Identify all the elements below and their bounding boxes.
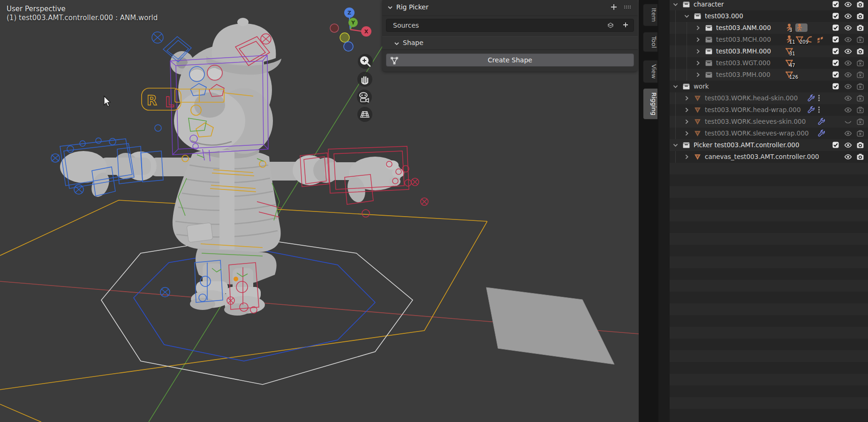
outliner-row[interactable]: canevas_test003.AMT.controller.000 xyxy=(670,151,868,163)
outliner-row[interactable]: test003.000 xyxy=(670,10,868,22)
collapse-arrow-icon[interactable] xyxy=(672,142,679,149)
sources-input[interactable]: Sources xyxy=(386,19,634,32)
outliner-item-label[interactable]: test003.WORK.head-skin.000 xyxy=(705,94,798,102)
collection-checkbox[interactable] xyxy=(832,36,840,44)
expand-arrow-icon[interactable] xyxy=(683,95,691,102)
disable-render-camera-icon[interactable] xyxy=(856,24,864,32)
disable-render-camera-icon[interactable] xyxy=(856,0,864,8)
outliner-item-label[interactable]: work xyxy=(694,83,709,90)
outliner-item-label[interactable]: test003.WORK.sleeves-skin.000 xyxy=(705,118,806,125)
gizmo-neg-y[interactable] xyxy=(340,33,349,42)
outliner-row[interactable]: test003.ANM.0003 xyxy=(670,22,868,34)
collection-checkbox[interactable] xyxy=(832,24,840,32)
collection-checkbox[interactable] xyxy=(832,59,840,67)
outliner-item-label[interactable]: test003.PMH.000 xyxy=(716,71,770,78)
outliner-item-label[interactable]: test003.WORK.sleeves-wrap.000 xyxy=(705,129,809,137)
expand-arrow-icon[interactable] xyxy=(694,71,702,79)
hide-viewport-eye-icon[interactable] xyxy=(844,94,852,102)
hide-viewport-eye-icon[interactable] xyxy=(844,106,852,114)
shape-subpanel-header[interactable]: Shape xyxy=(382,36,638,50)
outliner-item-label[interactable]: test003.ANM.000 xyxy=(716,24,771,31)
collection-checkbox[interactable] xyxy=(832,71,840,79)
armature-active-icon[interactable] xyxy=(795,23,808,32)
picker-canvas-plane[interactable] xyxy=(486,287,614,364)
outliner-item-label[interactable]: test003.WGT.000 xyxy=(716,59,770,67)
disable-render-camera-icon[interactable] xyxy=(856,94,864,102)
hide-viewport-eye-icon[interactable] xyxy=(844,12,852,20)
outliner-row[interactable]: test003.RMH.00031 xyxy=(670,45,868,57)
hide-viewport-eye-icon[interactable] xyxy=(844,0,852,8)
disable-render-camera-icon[interactable] xyxy=(856,59,864,67)
hide-viewport-eye-icon[interactable] xyxy=(844,129,852,137)
disable-render-camera-icon[interactable] xyxy=(856,47,864,55)
hide-viewport-eye-icon[interactable] xyxy=(844,141,852,149)
outliner-row[interactable]: work xyxy=(670,81,868,92)
collapse-arrow-icon[interactable] xyxy=(683,13,691,20)
expand-arrow-icon[interactable] xyxy=(694,36,702,44)
hide-viewport-eye-icon[interactable] xyxy=(844,36,852,44)
outliner-row[interactable]: test003.PMH.000126 xyxy=(670,69,868,81)
expand-arrow-icon[interactable] xyxy=(683,130,691,137)
disable-render-camera-icon[interactable] xyxy=(856,12,864,20)
hide-viewport-eye-icon[interactable] xyxy=(844,153,852,161)
outliner-row[interactable]: test003.WGT.00047 xyxy=(670,57,868,69)
collection-checkbox[interactable] xyxy=(832,141,840,149)
collapse-arrow-icon[interactable] xyxy=(672,83,679,90)
collapse-arrow-icon[interactable] xyxy=(672,1,679,8)
expand-arrow-icon[interactable] xyxy=(683,153,691,161)
outliner-item-label[interactable]: test003.000 xyxy=(705,12,743,20)
grid-ortho-button[interactable] xyxy=(357,107,372,122)
collection-checkbox[interactable] xyxy=(832,47,840,55)
tab-rigging[interactable]: Rigging xyxy=(643,88,657,120)
outliner-item-label[interactable]: canevas_test003.AMT.controller.000 xyxy=(705,153,819,160)
outliner-row[interactable]: test003.WORK.head-wrap.000 xyxy=(670,104,868,116)
rig-picker-header[interactable]: Rig Picker xyxy=(382,0,638,15)
add-source-icon[interactable] xyxy=(622,22,629,28)
outliner-item-label[interactable]: Picker test003.AMT.controller.000 xyxy=(694,141,800,149)
nav-gizmo[interactable]: Z Y X xyxy=(330,8,371,51)
collection-checkbox[interactable] xyxy=(832,83,840,90)
zoom-tool-button[interactable] xyxy=(358,54,373,69)
create-shape-button[interactable]: Create Shape xyxy=(386,53,634,67)
outliner-row[interactable]: test003.WORK.sleeves-skin.000 xyxy=(670,116,868,128)
gizmo-neg-x[interactable] xyxy=(330,24,339,32)
disable-render-camera-icon[interactable] xyxy=(856,118,864,126)
outliner-row[interactable]: Picker test003.AMT.controller.000 xyxy=(670,139,868,151)
disable-render-camera-icon[interactable] xyxy=(856,129,864,137)
disable-render-camera-icon[interactable] xyxy=(856,106,864,114)
outliner-item-label[interactable]: test003.MCH.000 xyxy=(716,36,771,43)
tab-tool[interactable]: Tool xyxy=(643,32,657,52)
panel-drag-dots-icon[interactable] xyxy=(624,4,631,10)
expand-arrow-icon[interactable] xyxy=(683,106,691,114)
outliner-row[interactable]: test003.WORK.head-skin.000 xyxy=(670,92,868,104)
disable-render-camera-icon[interactable] xyxy=(856,153,864,161)
hide-viewport-eye-icon[interactable] xyxy=(844,71,852,79)
hide-viewport-eye-icon[interactable] xyxy=(844,47,852,55)
hide-viewport-eye-icon[interactable] xyxy=(844,83,852,90)
outliner-row[interactable]: test003.MCH.00011209 xyxy=(670,34,868,45)
pan-tool-button[interactable] xyxy=(357,72,372,87)
outliner-item-label[interactable]: test003.RMH.000 xyxy=(716,47,771,55)
gizmo-neg-z[interactable] xyxy=(344,42,353,51)
expand-arrow-icon[interactable] xyxy=(694,48,702,55)
expand-arrow-icon[interactable] xyxy=(694,24,702,32)
disable-render-camera-icon[interactable] xyxy=(856,71,864,79)
outliner-row[interactable]: character xyxy=(670,0,868,10)
hide-viewport-eye-icon[interactable] xyxy=(844,59,852,67)
disable-render-camera-icon[interactable] xyxy=(856,141,864,149)
mesh-datablock-icon[interactable] xyxy=(606,22,615,29)
expand-arrow-icon[interactable] xyxy=(694,60,702,67)
tab-view[interactable]: View xyxy=(643,60,657,83)
outliner-item-label[interactable]: test003.WORK.head-wrap.000 xyxy=(705,106,801,113)
ankle-dot-control[interactable] xyxy=(234,277,238,281)
disable-render-camera-icon[interactable] xyxy=(856,36,864,44)
hide-viewport-eye-icon[interactable] xyxy=(844,24,852,32)
camera-view-button[interactable] xyxy=(357,90,372,105)
outliner-item-label[interactable]: character xyxy=(694,0,724,8)
outliner-row[interactable]: test003.WORK.sleeves-wrap.000 xyxy=(670,128,868,139)
disable-render-camera-icon[interactable] xyxy=(856,83,864,90)
collection-checkbox[interactable] xyxy=(832,0,840,8)
tab-item[interactable]: Item xyxy=(643,4,657,26)
expand-arrow-icon[interactable] xyxy=(683,118,691,126)
collection-checkbox[interactable] xyxy=(832,12,840,20)
